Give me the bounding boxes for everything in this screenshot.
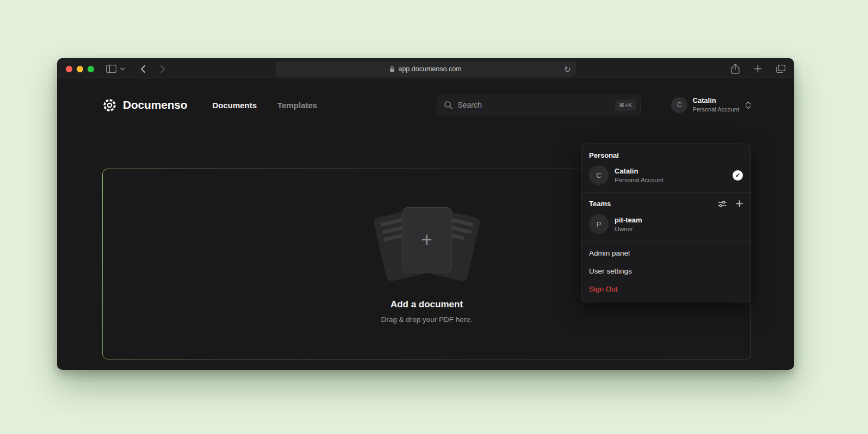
minimize-window-button[interactable] <box>77 66 83 72</box>
menu-item-admin-panel[interactable]: Admin panel <box>581 244 751 262</box>
url-text: app.documenso.com <box>398 65 461 73</box>
account-name: Catalin <box>692 96 739 106</box>
safari-window: app.documenso.com ↻ Documenso <box>57 58 794 370</box>
app-header: Documenso Documents Templates Search ⌘+K… <box>57 80 794 130</box>
search-icon <box>444 101 452 109</box>
personal-avatar: C <box>589 165 609 185</box>
nav-item-documents[interactable]: Documents <box>212 101 257 110</box>
nav-item-templates[interactable]: Templates <box>277 101 317 110</box>
menu-item-sign-out[interactable]: Sign Out <box>581 280 751 298</box>
share-icon[interactable] <box>731 64 740 74</box>
teams-section-header: Teams <box>581 193 751 213</box>
account-texts: Catalin Personal Account <box>692 96 739 113</box>
account-menu-trigger[interactable]: C Catalin Personal Account <box>671 96 751 113</box>
browser-toolbar: app.documenso.com ↻ <box>57 58 794 80</box>
account-dropdown-menu: Personal C Catalin Personal Account ✓ Te… <box>581 144 751 302</box>
address-bar[interactable]: app.documenso.com ↻ <box>276 61 576 77</box>
logo-text: Documenso <box>123 98 187 111</box>
team-texts: pit-team Owner <box>615 216 642 232</box>
documenso-logo-icon <box>102 98 117 113</box>
document-cards-illustration: + <box>364 204 489 286</box>
personal-account-item[interactable]: C Catalin Personal Account ✓ <box>581 164 751 192</box>
team-avatar: P <box>589 214 609 234</box>
chevron-down-icon[interactable] <box>120 67 125 71</box>
traffic-lights <box>66 66 94 72</box>
reload-icon[interactable]: ↻ <box>564 65 571 73</box>
personal-texts: Catalin Personal Account <box>615 167 664 183</box>
menu-item-user-settings[interactable]: User settings <box>581 262 751 280</box>
account-type: Personal Account <box>692 106 739 113</box>
dropzone-title: Add a document <box>390 299 463 310</box>
search-shortcut-badge: ⌘+K <box>615 100 636 111</box>
new-tab-icon[interactable] <box>754 65 762 73</box>
primary-nav: Documents Templates <box>212 101 317 110</box>
dropzone-subtitle: Drag & drop your PDF here. <box>381 315 472 324</box>
teams-section-label: Teams <box>589 200 611 208</box>
tab-overview-icon[interactable] <box>776 65 785 73</box>
personal-name: Catalin <box>615 167 664 175</box>
zoom-window-button[interactable] <box>88 66 94 72</box>
documenso-logo[interactable]: Documenso <box>102 98 187 113</box>
documenso-app: Documenso Documents Templates Search ⌘+K… <box>57 80 794 369</box>
team-item-pit-team[interactable]: P pit-team Owner <box>581 213 751 241</box>
add-team-icon[interactable] <box>736 200 743 207</box>
selected-check-icon: ✓ <box>733 170 743 181</box>
plus-icon: + <box>421 230 432 250</box>
lock-icon <box>389 66 395 72</box>
search-input[interactable]: Search ⌘+K <box>437 95 641 115</box>
team-name: pit-team <box>615 216 642 224</box>
personal-section-label: Personal <box>581 144 751 164</box>
document-card-add: + <box>402 207 452 272</box>
search-placeholder: Search <box>457 101 610 109</box>
manage-teams-icon[interactable] <box>718 200 727 208</box>
personal-type: Personal Account <box>615 177 664 183</box>
close-window-button[interactable] <box>66 66 72 72</box>
sidebar-toggle-icon[interactable] <box>106 65 116 73</box>
team-role: Owner <box>615 226 642 232</box>
forward-button[interactable] <box>160 65 165 73</box>
chevron-up-down-icon <box>746 101 751 109</box>
menu-items: Admin panel User settings Sign Out <box>581 241 751 298</box>
back-button[interactable] <box>140 65 146 73</box>
account-avatar: C <box>671 97 687 113</box>
